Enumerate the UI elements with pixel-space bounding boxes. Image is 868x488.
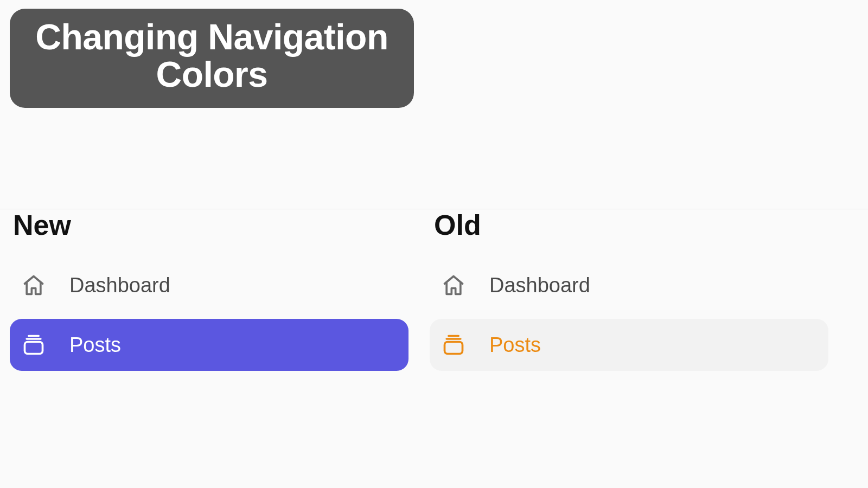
nav-item-dashboard[interactable]: Dashboard [430, 259, 828, 311]
nav-column-new: Dashboard Posts [10, 259, 409, 371]
home-icon [22, 273, 46, 297]
nav-item-dashboard[interactable]: Dashboard [10, 259, 409, 311]
svg-rect-1 [445, 342, 463, 354]
archive-icon [442, 333, 465, 357]
svg-rect-0 [25, 342, 43, 354]
nav-item-label: Posts [489, 333, 541, 357]
section-label-old: Old [434, 209, 481, 241]
page-title-line2: Colors [23, 56, 401, 93]
home-icon [442, 273, 465, 297]
nav-item-label: Posts [69, 333, 121, 357]
nav-item-posts[interactable]: Posts [430, 319, 828, 371]
page-title-pill: Changing Navigation Colors [10, 9, 414, 108]
section-label-new: New [13, 209, 71, 241]
nav-item-label: Dashboard [69, 274, 170, 297]
nav-item-label: Dashboard [489, 274, 590, 297]
page-title-line1: Changing Navigation [23, 18, 401, 56]
nav-column-old: Dashboard Posts [430, 259, 828, 371]
archive-icon [22, 333, 46, 357]
nav-item-posts[interactable]: Posts [10, 319, 409, 371]
